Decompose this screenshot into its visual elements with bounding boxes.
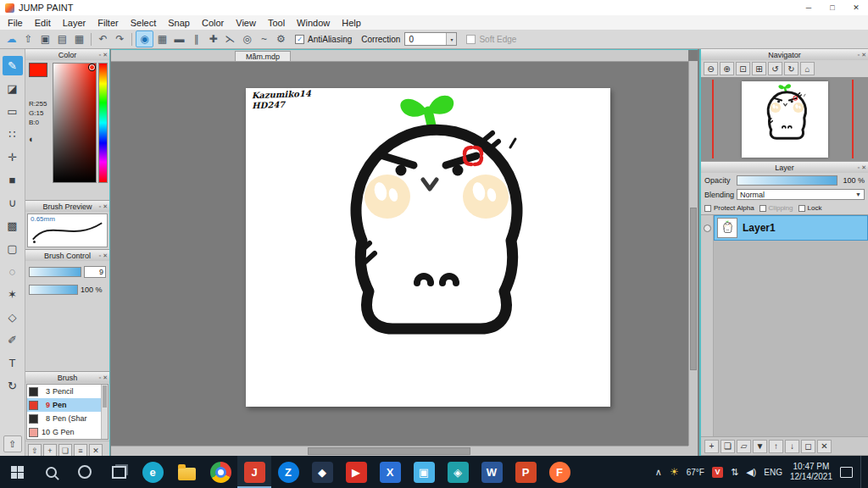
redo-button[interactable]: ↷ [112, 31, 128, 47]
panel-collapse-icon[interactable]: ▫ [99, 374, 101, 380]
duplicate-layer-icon[interactable]: ❏ [721, 440, 735, 453]
lasso-select-tool[interactable]: ◌ [3, 262, 23, 281]
move-layer-down-icon[interactable]: ↓ [785, 440, 799, 453]
start-button[interactable] [0, 456, 34, 488]
parallel-snap-icon[interactable]: ∥ [188, 31, 204, 47]
cloud-save-icon[interactable]: ☁ [3, 31, 19, 47]
grid-view-icon[interactable]: ▦ [71, 31, 87, 47]
actual-size-icon[interactable]: ⊞ [752, 62, 766, 75]
action-center-icon[interactable] [840, 467, 853, 478]
grid-snap-icon[interactable]: ▦ [154, 31, 170, 47]
blending-select[interactable]: Normal ▼ [737, 189, 865, 200]
taskbar-app-zalo[interactable]: Z [271, 456, 305, 488]
select-rect-tool[interactable]: ▢ [3, 239, 23, 258]
cortana-button[interactable] [68, 456, 102, 488]
brush-size-value[interactable]: 9 [84, 266, 106, 278]
panel-close-icon[interactable]: ✕ [103, 374, 108, 381]
zoom-in-icon[interactable]: ⊕ [720, 62, 734, 75]
taskbar-app-chrome[interactable] [203, 456, 237, 488]
crisscross-snap-icon[interactable]: ✚ [205, 31, 221, 47]
menu-layer[interactable]: Layer [57, 18, 92, 28]
clock[interactable]: 10:47 PM 12/14/2021 [790, 462, 832, 482]
clear-layer-icon[interactable]: ◻ [801, 440, 815, 453]
foreground-color-swatch[interactable] [29, 63, 47, 77]
menu-help[interactable]: Help [336, 18, 367, 28]
correction-dropdown-icon[interactable]: ▾ [446, 33, 456, 45]
brush-item-g-pen[interactable]: 10 G Pen [27, 425, 108, 439]
hue-slider[interactable] [98, 63, 108, 183]
language-indicator[interactable]: ENG [764, 468, 782, 477]
scrollbar-thumb[interactable] [308, 447, 471, 455]
brush-size-slider[interactable] [29, 267, 81, 277]
rotate-right-icon[interactable]: ↻ [784, 62, 798, 75]
zoom-out-icon[interactable]: ⊖ [704, 62, 718, 75]
palette-icon[interactable]: ◐ [29, 134, 35, 144]
horizontal-scrollbar[interactable] [111, 446, 688, 456]
reset-view-icon[interactable]: ⌂ [800, 62, 815, 75]
brush-item-pencil[interactable]: 3 Pencil [27, 385, 108, 398]
vanishing-point-snap-icon[interactable]: ⋋ [222, 31, 238, 47]
magic-wand-tool[interactable]: ✶ [3, 285, 23, 304]
taskbar-app-file-explorer[interactable] [170, 456, 203, 488]
taskbar-app-jump-paint[interactable]: J [237, 456, 271, 488]
eraser-tool[interactable]: ◪ [3, 79, 23, 98]
document-tab[interactable]: Mầm.mdp [235, 51, 291, 61]
delete-layer-icon[interactable]: ✕ [817, 440, 832, 453]
speaker-icon[interactable]: ◀) [746, 467, 756, 478]
lock-checkbox[interactable] [798, 205, 805, 212]
fill-rect-tool[interactable]: ■ [3, 170, 23, 190]
v-app-tray-icon[interactable]: V [712, 467, 723, 478]
clipping-checkbox[interactable] [760, 205, 766, 212]
close-button[interactable]: ✕ [844, 0, 868, 15]
correction-input[interactable]: 0 ▾ [404, 32, 457, 46]
menu-window[interactable]: Window [291, 18, 336, 28]
menu-view[interactable]: View [230, 18, 262, 28]
soft-edge-checkbox[interactable] [466, 35, 476, 44]
taskbar-app-firefox[interactable]: F [542, 456, 576, 488]
panel-collapse-icon[interactable]: ▫ [99, 52, 101, 58]
taskbar-app-media-player[interactable]: ▶ [339, 456, 373, 488]
brush-mode-icon[interactable]: ◉ [136, 30, 153, 47]
move-tool[interactable]: ✛ [3, 147, 23, 167]
polygon-select-tool[interactable]: ◇ [3, 308, 23, 327]
panel-collapse-icon[interactable]: ▫ [858, 164, 860, 170]
layer-opacity-slider[interactable] [737, 175, 837, 186]
brush-item-pen-sharp[interactable]: 8 Pen (Shar [27, 412, 108, 425]
taskbar-app-edge[interactable]: e [136, 456, 170, 488]
brush-item-pen[interactable]: 9 Pen [27, 398, 108, 412]
move-layer-up-icon[interactable]: ↑ [769, 440, 783, 453]
network-icon[interactable]: ⇅ [731, 467, 738, 478]
panel-collapse-icon[interactable]: ▫ [99, 203, 101, 209]
curve-snap-icon[interactable]: ~ [256, 31, 272, 47]
dot-pen-tool[interactable]: ▭ [3, 102, 23, 121]
menu-filter[interactable]: Filter [92, 18, 124, 28]
canvas[interactable]: Kazumiko14 HD247 [246, 88, 610, 407]
export-icon[interactable]: ⇧ [20, 31, 36, 47]
taskbar-app-teal[interactable]: ◈ [441, 456, 475, 488]
snap-off-icon[interactable]: ▬ [171, 31, 187, 47]
merge-down-icon[interactable]: ▼ [753, 440, 767, 453]
select-pen-tool[interactable]: ✐ [3, 330, 23, 350]
brush-tool[interactable]: ✎ [3, 56, 23, 75]
menu-edit[interactable]: Edit [29, 18, 57, 28]
menu-color[interactable]: Color [196, 18, 230, 28]
panel-collapse-icon[interactable]: ▫ [99, 252, 101, 258]
menu-tool[interactable]: Tool [262, 18, 291, 28]
taskbar-app-x[interactable]: X [373, 456, 407, 488]
scrollbar-thumb[interactable] [103, 385, 107, 408]
search-button[interactable] [34, 456, 68, 488]
layer-item[interactable]: Layer1 [714, 215, 868, 241]
save-image-icon[interactable]: ▤ [54, 31, 70, 47]
undo-button[interactable]: ↶ [95, 31, 111, 47]
maximize-button[interactable]: □ [821, 0, 844, 15]
gradient-tool[interactable]: ▩ [3, 216, 23, 236]
navigator-preview-area[interactable] [701, 77, 868, 161]
scrollbar-thumb[interactable] [690, 208, 697, 371]
brush-opacity-slider[interactable] [29, 285, 78, 295]
panel-collapse-icon[interactable]: ▫ [858, 52, 860, 58]
taskbar-app-dark[interactable]: ◆ [305, 456, 339, 488]
show-desktop-button[interactable] [860, 456, 865, 488]
brush-list-scrollbar[interactable] [101, 385, 108, 439]
taskbar-app-photos[interactable]: ▣ [407, 456, 441, 488]
panel-close-icon[interactable]: ✕ [103, 252, 108, 259]
